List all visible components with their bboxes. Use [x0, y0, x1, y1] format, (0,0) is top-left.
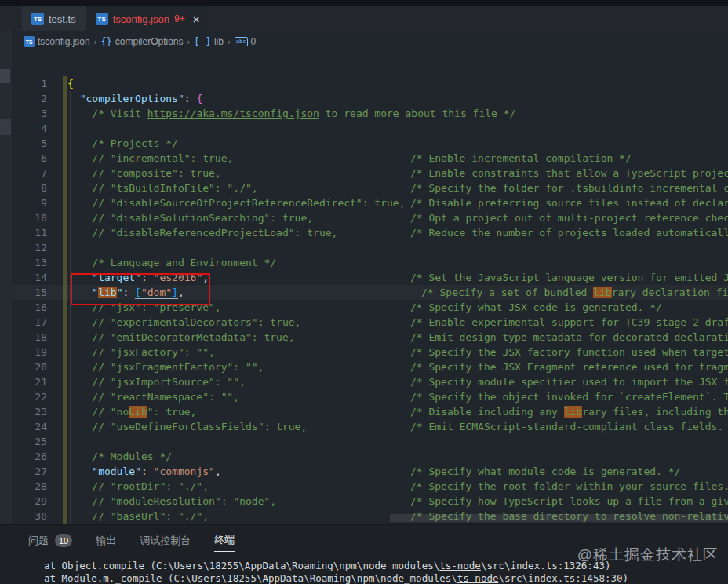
- code-line[interactable]: 28 // "rootDir": "./",/* Specify the roo…: [0, 479, 728, 494]
- code-line[interactable]: 25: [0, 434, 728, 449]
- panel-tab-debug-console[interactable]: 调试控制台: [140, 534, 191, 552]
- code-token: Lib: [129, 406, 147, 418]
- inline-doc-comment: /* Specify the JSX factory function used…: [410, 345, 728, 360]
- code-token: lib: [593, 287, 611, 298]
- code-line[interactable]: 6 // "incremental": true,/* Enable incre…: [0, 151, 728, 166]
- code-lines: 1{2 "compilerOptions": {3 /* Visit https…: [0, 76, 728, 524]
- code-token: // "disableSourceOfProjectReferenceRedir…: [92, 197, 405, 209]
- close-icon[interactable]: ×: [193, 13, 200, 25]
- tab-tsconfig-json[interactable]: TS tsconfig.json 9+ ×: [86, 6, 210, 31]
- inline-doc-comment: /* Enable experimental support for TC39 …: [410, 315, 728, 330]
- code-line[interactable]: 19 // "jsxFactory": "",/* Specify the JS…: [0, 345, 728, 360]
- code-line[interactable]: 5 /* Projects */: [0, 136, 728, 151]
- code-token: lib: [564, 406, 582, 418]
- code-token: /* Opt a project out of multi-project re…: [410, 212, 728, 224]
- code-token: rary declaration files that describe the…: [612, 287, 728, 298]
- panel-tab-output[interactable]: 输出: [96, 534, 116, 552]
- code-line[interactable]: 1{: [0, 76, 728, 91]
- code-token: /* Set the JavaScript language version f…: [410, 272, 728, 283]
- object-symbol-icon: {}: [100, 36, 111, 47]
- code-token: ,: [202, 272, 209, 283]
- editor-tab-bar: TS test.ts TS tsconfig.json 9+ ×: [0, 6, 728, 31]
- code-token: /* Projects */: [92, 137, 178, 149]
- code-token: /* Specify the JSX factory function used…: [410, 346, 728, 358]
- code-line[interactable]: 20 // "jsxFragmentFactory": "",/* Specif…: [0, 360, 728, 374]
- horizontal-scrollbar[interactable]: [390, 514, 728, 522]
- code-text: /* Modules */: [67, 451, 172, 462]
- code-line[interactable]: 14 "target": "es2016",/* Set the JavaScr…: [0, 270, 728, 285]
- code-line[interactable]: 3 /* Visit https://aka.ms/tsconfig.json …: [0, 106, 728, 121]
- code-token: [67, 301, 92, 313]
- code-token: [67, 361, 92, 373]
- code-token: [67, 391, 92, 403]
- code-token: [67, 257, 92, 268]
- code-line[interactable]: 12: [0, 240, 728, 255]
- code-line[interactable]: 9 // "disableSourceOfProjectReferenceRed…: [0, 195, 728, 210]
- code-line[interactable]: 17 // "experimentalDecorators": true,/* …: [0, 315, 728, 330]
- typescript-file-icon: TS: [31, 13, 44, 25]
- code-line[interactable]: 16 // "jsx": "preserve",/* Specify what …: [0, 300, 728, 315]
- code-line[interactable]: 13 /* Language and Environment */: [0, 255, 728, 270]
- code-line[interactable]: 18 // "emitDecoratorMetadata": true,/* E…: [0, 330, 728, 345]
- code-line[interactable]: 29 // "moduleResolution": "node",/* Spec…: [0, 494, 728, 509]
- panel-tab-problems[interactable]: 问题 10: [28, 534, 72, 552]
- code-line[interactable]: 26 /* Modules */: [0, 449, 728, 464]
- code-token: /* Specify what module code is generated…: [410, 465, 680, 477]
- code-token: /* Emit design-type metadata for decorat…: [410, 331, 728, 343]
- code-token: [67, 287, 92, 298]
- code-text: // "tsBuildInfoFile": "./",: [67, 182, 258, 194]
- breadcrumb-item-0[interactable]: abc 0: [235, 36, 257, 47]
- sidebar-edge-block: [0, 119, 11, 135]
- code-line[interactable]: 2 "compilerOptions": {: [0, 91, 728, 106]
- tab-test-ts[interactable]: TS test.ts: [22, 6, 86, 31]
- code-line[interactable]: 23 // "noLib": true,/* Disable including…: [0, 404, 728, 419]
- terminal-link[interactable]: ts-node: [439, 560, 481, 571]
- code-line[interactable]: 15 "lib": ["dom"],/* Specify a set of bu…: [0, 285, 728, 300]
- code-token: [67, 227, 92, 239]
- code-line[interactable]: 27 "module": "commonjs",/* Specify what …: [0, 464, 728, 479]
- breadcrumb-item-compileroptions[interactable]: {} compilerOptions: [100, 36, 183, 47]
- code-line[interactable]: 11 // "disableReferencedProjectLoad": tr…: [0, 225, 728, 240]
- code-token: "target": [92, 272, 141, 283]
- code-token: :: [141, 272, 154, 283]
- chevron-right-icon: ›: [94, 37, 97, 46]
- breadcrumb-item-file[interactable]: TS tsconfig.json: [24, 36, 90, 47]
- code-line[interactable]: 7 // "composite": true,/* Enable constra…: [0, 166, 728, 181]
- code-token: [67, 182, 92, 194]
- code-token: /* Disable preferring source files inste…: [410, 197, 728, 209]
- title-bar: [0, 0, 728, 6]
- code-token: [67, 137, 92, 149]
- code-token: // "useDefineForClassFields": true,: [92, 421, 307, 433]
- code-token: ": [92, 287, 98, 298]
- code-token: "commonjs": [154, 465, 215, 477]
- code-editor[interactable]: 1{2 "compilerOptions": {3 /* Visit https…: [0, 52, 728, 524]
- code-line[interactable]: 24 // "useDefineForClassFields": true,/*…: [0, 419, 728, 434]
- watermark: @稀土掘金技术社区: [577, 545, 719, 565]
- code-text: // "jsxImportSource": "",: [67, 376, 246, 388]
- code-line[interactable]: 21 // "jsxImportSource": "",/* Specify m…: [0, 374, 728, 389]
- code-text: // "emitDecoratorMetadata": true,: [67, 331, 295, 343]
- inline-doc-comment: /* Specify the folder for .tsbuildinfo i…: [410, 181, 728, 195]
- code-text: // "experimentalDecorators": true,: [67, 316, 300, 328]
- panel-tab-terminal[interactable]: 终端: [214, 533, 235, 552]
- code-token: [67, 167, 92, 179]
- code-token: [67, 197, 92, 209]
- breadcrumb-item-lib[interactable]: [ ] lib: [194, 36, 224, 47]
- code-token: /* Specify a set of bundled: [421, 287, 593, 298]
- code-token: :: [122, 287, 135, 298]
- inline-doc-comment: /* Specify how TypeScript looks up a fil…: [410, 494, 728, 509]
- code-token: /* Reduce the number of projects loaded …: [410, 227, 728, 239]
- code-token: [67, 152, 92, 164]
- code-token: // "composite": true,: [92, 167, 220, 179]
- code-line[interactable]: 22 // "reactNamespace": "",/* Specify th…: [0, 389, 728, 404]
- breadcrumb: TS tsconfig.json › {} compilerOptions › …: [0, 31, 728, 52]
- code-token: [: [135, 287, 141, 299]
- code-token: /* Enable experimental support for TC39 …: [410, 316, 728, 328]
- inline-doc-comment: /* Specify module specifier used to impo…: [410, 374, 728, 389]
- code-line[interactable]: 10 // "disableSolutionSearching": true,/…: [0, 210, 728, 225]
- code-line[interactable]: 8 // "tsBuildInfoFile": "./",/* Specify …: [0, 181, 728, 195]
- code-token: // "reactNamespace": "",: [92, 391, 239, 403]
- code-token: rary files, including the default lib.d.…: [582, 406, 728, 418]
- code-line[interactable]: 4: [0, 121, 728, 136]
- terminal-link[interactable]: ts-node: [457, 572, 499, 584]
